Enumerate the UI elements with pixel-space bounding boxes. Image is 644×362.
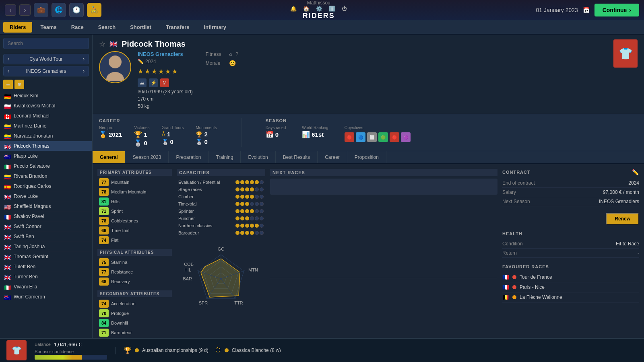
health-condition-label: Condition	[502, 241, 523, 247]
contract-edit-icon[interactable]: ✏️	[632, 169, 639, 175]
tab-best-results[interactable]: Best Results	[276, 151, 318, 163]
cap-stage-dots	[235, 187, 264, 191]
sponsor-label: Sponsor confidence	[35, 349, 107, 354]
tab-preparation[interactable]: Preparation	[169, 151, 208, 163]
dot	[235, 231, 239, 235]
special-skill-icon: M	[160, 78, 169, 87]
capacities-column: CAPACITIES Evaluation / Potential Stage …	[177, 169, 265, 338]
tab-infirmary[interactable]: Infirmary	[197, 22, 233, 33]
team-filter-1[interactable]: ‹ Cya World Tour ›	[3, 54, 89, 64]
power-icon[interactable]: ⏻	[342, 6, 347, 12]
list-item[interactable]: 🇦🇺Plapp Luke	[0, 151, 92, 161]
team-filter-2[interactable]: ‹ INEOS Grenadiers ›	[3, 66, 89, 76]
list-item[interactable]: 🇨🇴Martínez Daniel	[0, 121, 92, 131]
list-view-icon[interactable]: ☰	[3, 80, 13, 89]
contract-salary-value: 97,000 € / month	[603, 189, 639, 195]
bell-icon[interactable]: 🔔	[290, 6, 297, 12]
list-item[interactable]: 🇦🇺Wurf Cameron	[0, 292, 92, 302]
list-item[interactable]: 🇬🇧Swift Ben	[0, 232, 92, 242]
attr-recovery-name: Recovery	[111, 279, 130, 284]
monuments-label: Monuments	[196, 125, 217, 130]
contract-end-row: End of contract 2024	[502, 179, 639, 188]
cyclist-icon[interactable]: 🚴	[87, 3, 101, 17]
tab-season2023[interactable]: Season 2023	[126, 151, 169, 163]
sponsor-bar	[35, 355, 107, 360]
cap-row: Baroudeur	[177, 229, 265, 237]
back-button[interactable]: ‹	[5, 4, 16, 16]
clock-obj-icon: ⏱	[215, 347, 221, 354]
tab-general[interactable]: General	[93, 151, 126, 163]
tab-evolution[interactable]: Evolution	[241, 151, 275, 163]
svg-marker-6	[201, 259, 240, 297]
cap-stage-name: Stage races	[178, 187, 233, 192]
list-item[interactable]: 🇬🇧Rowe Luke	[0, 191, 92, 202]
clock-icon[interactable]: 🕐	[69, 3, 84, 17]
cap-row: Puncher	[177, 215, 265, 222]
search-input[interactable]	[3, 38, 89, 49]
continue-button[interactable]: Continue ›	[594, 4, 639, 16]
tab-transfers[interactable]: Transfers	[159, 22, 196, 33]
renew-button[interactable]: Renew	[606, 213, 639, 225]
list-item[interactable]: 🇫🇷Sivakov Pavel	[0, 212, 92, 222]
tab-shortlist[interactable]: Shortlist	[124, 22, 158, 33]
dot	[255, 180, 259, 184]
balance-section: Balance 1,041,666 € Sponsor confidence	[35, 341, 107, 360]
obj-icon-5: 🔴	[390, 132, 399, 142]
attr-row: 81Hills	[97, 197, 172, 206]
favorite-star-icon[interactable]: ☆	[99, 40, 105, 49]
list-item-active[interactable]: 🇬🇧Pidcock Thomas	[0, 141, 92, 151]
season-title: SEASON	[266, 118, 411, 123]
briefcase-icon[interactable]: 💼	[34, 3, 48, 17]
attr-row: 75Stamina	[97, 257, 172, 267]
tab-race[interactable]: Race	[65, 22, 90, 33]
health-condition-row: Condition Fit to Race	[502, 239, 639, 249]
list-item[interactable]: 🇺🇸Sheffield Magnus	[0, 202, 92, 212]
top-icons: 💼 🌐 🕐 🚴	[34, 3, 101, 17]
page-title: RIDERS	[303, 12, 335, 20]
list-item[interactable]: 🇨🇦Leonard Michael	[0, 111, 92, 121]
sprint-skill-icon: ⚡	[149, 78, 158, 87]
info-icon[interactable]: ℹ️	[329, 6, 335, 12]
tab-search[interactable]: Search	[92, 22, 122, 33]
tab-riders[interactable]: Riders	[3, 22, 32, 33]
attr-row: 68Recovery	[97, 277, 172, 286]
list-item[interactable]: 🇬🇧Swift Connor	[0, 222, 92, 232]
capacities-title: CAPACITIES	[177, 169, 265, 176]
list-item[interactable]: 🇮🇹Puccio Salvatore	[0, 161, 92, 171]
dot	[250, 180, 254, 184]
dot	[260, 202, 264, 206]
attr-medium-mountain-name: Medium Mountain	[111, 189, 146, 194]
next-races-title: NEXT RACES	[270, 169, 497, 176]
grand-tours-1st-icon: Â	[162, 131, 165, 138]
top-right: 01 January 2023 📅 Continue ›	[536, 4, 639, 16]
home-icon[interactable]: 🏠	[303, 6, 310, 12]
tab-training[interactable]: Training	[208, 151, 241, 163]
list-item[interactable]: 🇬🇧Tulett Ben	[0, 262, 92, 272]
contract-next-season-value: INEOS Grenadiers	[599, 199, 639, 204]
tab-proposition[interactable]: Proposition	[347, 151, 386, 163]
attr-row: 74Acceleration	[97, 299, 172, 309]
grid-view-icon[interactable]: ⊞	[14, 80, 24, 89]
svg-text:TTR: TTR	[234, 300, 243, 305]
list-item[interactable]: 🇮🇹Viviani Elia	[0, 282, 92, 292]
svg-text:HIL: HIL	[184, 267, 191, 272]
list-item[interactable]: 🇨🇴Rivera Brandon	[0, 171, 92, 181]
tab-teams[interactable]: Teams	[34, 22, 63, 33]
victories-row: 🏆 1	[134, 131, 149, 138]
fitness-circle-icon: ○	[229, 51, 232, 58]
tab-career[interactable]: Career	[318, 151, 347, 163]
list-item[interactable]: 🇵🇱Kwiatkowski Michal	[0, 101, 92, 111]
list-item[interactable]: 🇬🇧Thomas Geraint	[0, 252, 92, 262]
list-item[interactable]: 🇩🇪Heiduk Kim	[0, 91, 92, 101]
dot	[240, 187, 244, 191]
list-item[interactable]: 🇬🇧Turner Ben	[0, 272, 92, 282]
settings-icon[interactable]: ⚙️	[316, 6, 322, 12]
list-item[interactable]: 🇪🇸Rodríguez Carlos	[0, 181, 92, 191]
secondary-attributes-title: SECONDARY ATTRIBUTES	[97, 290, 172, 297]
globe-icon[interactable]: 🌐	[52, 3, 66, 17]
dot	[245, 195, 249, 199]
list-item[interactable]: 🇪🇨Narváez Jhonatan	[0, 131, 92, 141]
forward-button[interactable]: ›	[19, 4, 31, 16]
attr-prologue-val: 70	[99, 309, 109, 317]
list-item[interactable]: 🇬🇧Tarling Joshua	[0, 242, 92, 252]
